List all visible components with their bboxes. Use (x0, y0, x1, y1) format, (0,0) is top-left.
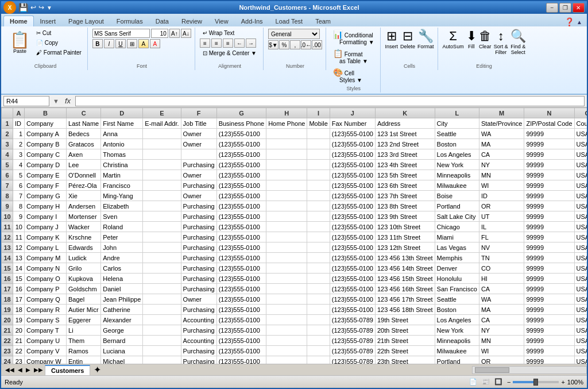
row-header-14[interactable]: 14 (2, 253, 13, 263)
cell[interactable]: (123)555-0100 (216, 170, 266, 180)
cell[interactable]: 123 7th Street (375, 191, 435, 201)
cell[interactable]: 99999 (524, 211, 574, 222)
minimize-button[interactable]: − (546, 3, 558, 13)
cell[interactable]: Los Angeles (435, 149, 479, 160)
cell[interactable] (143, 305, 181, 315)
cell[interactable]: Purchasing (181, 305, 216, 315)
cell[interactable]: 20th Street (375, 325, 435, 336)
cell[interactable]: Mortenser (67, 211, 101, 222)
cell[interactable] (266, 325, 307, 336)
cell[interactable] (307, 201, 330, 211)
col-header-c[interactable]: C (67, 108, 101, 118)
cell[interactable]: Seattle (435, 294, 479, 305)
zoom-slider[interactable]: − + 100% (507, 379, 583, 386)
cell[interactable]: 21th Street (375, 336, 435, 346)
font-color-button[interactable]: A (150, 39, 160, 48)
tab-team[interactable]: Team (309, 16, 337, 26)
row-header-9[interactable]: 9 (2, 201, 13, 211)
cell[interactable]: NY (479, 325, 524, 336)
cell[interactable]: Company W (25, 356, 67, 364)
cell[interactable]: Company J (25, 222, 67, 232)
cell[interactable] (143, 325, 181, 336)
cell[interactable]: San Francisco (435, 284, 479, 294)
cell[interactable]: 99999 (524, 180, 574, 191)
format-as-table-button[interactable]: 📋 Format as Table ▼ (331, 48, 377, 66)
cell[interactable]: (123)555-0100 (330, 191, 375, 201)
cell[interactable] (266, 284, 307, 294)
cell[interactable]: (123)555-0100 (216, 284, 266, 294)
cell[interactable]: 123 456 18th Street (375, 305, 435, 315)
cell[interactable] (143, 129, 181, 139)
cell[interactable]: Company L (25, 242, 67, 253)
insert-button[interactable]: ⊞ (386, 29, 397, 44)
cell[interactable]: 99999 (524, 149, 574, 160)
cell[interactable]: Ludick (67, 253, 101, 263)
col-header-b[interactable]: B (25, 108, 67, 118)
decrease-decimal-button[interactable]: .0← (301, 40, 311, 49)
cell[interactable]: Bedecs (67, 129, 101, 139)
cell[interactable]: 123 11th Street (375, 232, 435, 242)
format-painter-button[interactable]: 🖌 Format Painter (34, 48, 84, 57)
tab-home[interactable]: Home (3, 16, 34, 26)
tab-add-ins[interactable]: Add-Ins (235, 16, 269, 26)
cell[interactable]: Axen (67, 149, 101, 160)
cell[interactable]: 23th Street (375, 356, 435, 364)
col-header-d[interactable]: D (101, 108, 143, 118)
cell[interactable]: MN (479, 170, 524, 180)
cell[interactable]: NV (479, 242, 524, 253)
cell[interactable]: 123 456 16th Street (375, 284, 435, 294)
cell[interactable] (143, 294, 181, 305)
cell[interactable]: First Name (101, 118, 143, 129)
cell[interactable] (143, 263, 181, 274)
cell[interactable]: Elizabeth (101, 201, 143, 211)
bold-button[interactable]: B (92, 39, 103, 48)
cell[interactable]: 23 (13, 356, 25, 364)
cell[interactable]: (123)555-0100 (330, 160, 375, 170)
tab-data[interactable]: Data (149, 16, 175, 26)
row-header-1[interactable]: 1 (2, 118, 13, 129)
cell[interactable]: Li (67, 325, 101, 336)
cell[interactable] (143, 170, 181, 180)
cell[interactable]: 2 (13, 139, 25, 149)
paste-button[interactable]: 📋 Paste (7, 30, 33, 56)
cell[interactable]: (123)555-0100 (330, 263, 375, 274)
col-header-h[interactable]: H (266, 108, 307, 118)
cell[interactable]: WA (479, 129, 524, 139)
cell[interactable]: USA (574, 253, 587, 263)
cell[interactable]: WI (479, 180, 524, 191)
cell[interactable]: O'Donnell (67, 170, 101, 180)
cell[interactable] (307, 222, 330, 232)
cell[interactable]: 15 (13, 274, 25, 284)
cell[interactable]: Company C (25, 149, 67, 160)
quick-access-save[interactable]: 💾 (18, 3, 28, 12)
insert-sheet-button[interactable]: ✦ (91, 364, 103, 376)
cell[interactable]: USA (574, 242, 587, 253)
cell[interactable]: Boise (435, 191, 479, 201)
cell[interactable]: 5 (13, 170, 25, 180)
cell[interactable]: Owner (181, 139, 216, 149)
cell[interactable]: Company S (25, 315, 67, 325)
cell[interactable]: George (101, 325, 143, 336)
cell[interactable]: Las Vegas (435, 242, 479, 253)
sheet-nav-next[interactable]: ▶ (24, 367, 32, 373)
cell[interactable]: (123)555-0100 (330, 294, 375, 305)
conditional-formatting-button[interactable]: 📊 Conditional Formatting ▼ (331, 29, 377, 47)
cell[interactable]: 8 (13, 201, 25, 211)
cell[interactable]: OR (479, 356, 524, 364)
cell[interactable] (307, 232, 330, 242)
cell[interactable]: 99999 (524, 232, 574, 242)
cell[interactable] (307, 294, 330, 305)
cell[interactable]: Martin (101, 170, 143, 180)
tab-view[interactable]: View (208, 16, 235, 26)
merge-center-button[interactable]: ⊡ Merge & Center ▼ (200, 49, 260, 57)
cell[interactable] (143, 201, 181, 211)
close-button[interactable]: ✕ (572, 3, 585, 13)
cell[interactable]: USA (574, 274, 587, 284)
cell[interactable] (266, 211, 307, 222)
delete-button[interactable]: ⊟ (403, 29, 413, 44)
cell[interactable]: USA (574, 305, 587, 315)
cell[interactable] (307, 305, 330, 315)
cell[interactable]: Company B (25, 139, 67, 149)
col-header-i[interactable]: I (307, 108, 330, 118)
cell[interactable]: MA (479, 305, 524, 315)
